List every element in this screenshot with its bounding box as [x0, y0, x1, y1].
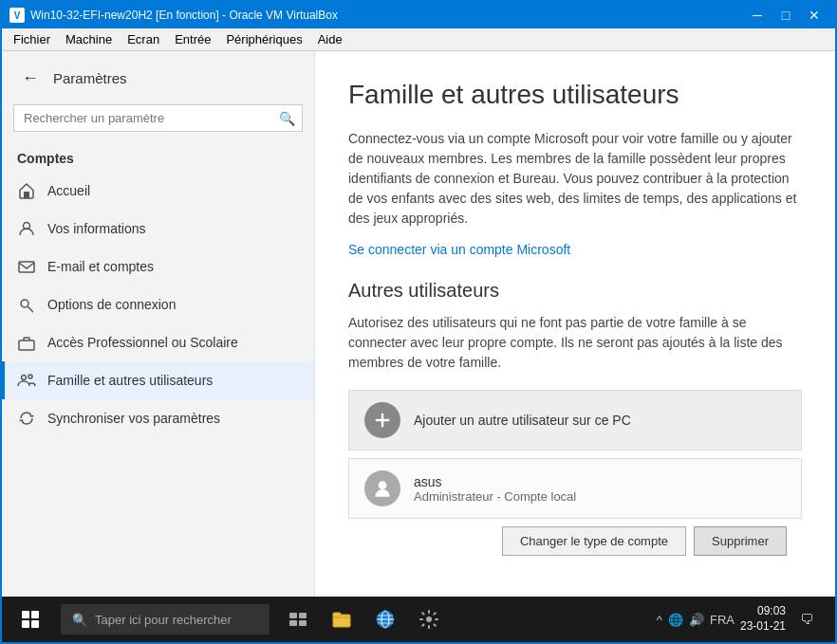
home-icon [17, 181, 36, 200]
menu-ecran[interactable]: Ecran [120, 30, 167, 48]
svg-point-5 [22, 376, 27, 380]
main-title: Famille et autres utilisateurs [348, 80, 802, 110]
sidebar-header: ← Paramètres [2, 51, 314, 97]
close-button[interactable]: ✕ [801, 5, 828, 26]
sidebar-item-options-connexion[interactable]: Options de connexion [2, 285, 314, 323]
menu-entree[interactable]: Entrée [167, 30, 218, 48]
clock-time: 09:03 [740, 604, 786, 619]
microsoft-link[interactable]: Se connecter via un compte Microsoft [348, 242, 570, 257]
sidebar-title: Paramètres [53, 70, 127, 86]
menu-aide[interactable]: Aide [310, 30, 350, 48]
add-user-item[interactable]: Ajouter un autre utilisateur sur ce PC [348, 390, 802, 451]
add-user-avatar [364, 402, 400, 438]
sidebar-item-email-comptes[interactable]: E-mail et comptes [2, 248, 314, 285]
minimize-button[interactable]: ─ [744, 5, 771, 26]
title-bar-left: V Win10-32-EFI-new20H2 [En fonction] - O… [9, 8, 338, 23]
person-icon [17, 219, 36, 238]
taskbar: 🔍 Taper ici pour rechercher [2, 597, 835, 642]
user-info-asus: asus Administrateur - Compte local [414, 474, 786, 504]
svg-rect-4 [19, 340, 34, 350]
tray-icons: ^ 🌐 🔊 FRA [657, 613, 735, 627]
svg-point-6 [28, 375, 32, 378]
settings-taskbar-button[interactable] [408, 598, 450, 640]
email-icon [17, 257, 36, 276]
restore-button[interactable]: □ [772, 5, 799, 26]
key-icon [17, 295, 36, 314]
sidebar: ← Paramètres 🔍 Comptes Accueil [2, 51, 315, 597]
svg-point-3 [21, 300, 28, 307]
sidebar-label-options-connexion: Options de connexion [47, 297, 176, 312]
people-icon [17, 371, 36, 390]
change-type-button[interactable]: Changer le type de compte [502, 526, 686, 556]
menu-machine[interactable]: Machine [58, 30, 120, 48]
sidebar-label-acces-professionnel: Accès Professionnel ou Scolaire [47, 335, 238, 350]
start-button[interactable] [8, 597, 53, 642]
sidebar-item-famille-utilisateurs[interactable]: Famille et autres utilisateurs [2, 361, 314, 399]
app-content: ← Paramètres 🔍 Comptes Accueil [2, 51, 835, 597]
menu-fichier[interactable]: Fichier [6, 30, 58, 48]
main-description: Connectez-vous via un compte Microsoft p… [348, 129, 802, 229]
taskbar-apps [277, 598, 450, 640]
sidebar-item-acces-professionnel[interactable]: Accès Professionnel ou Scolaire [2, 323, 314, 361]
taskbar-tray: ^ 🌐 🔊 FRA 09:03 23-01-21 🗨 [649, 604, 829, 635]
svg-point-21 [426, 616, 432, 622]
add-user-label: Ajouter un autre utilisateur sur ce PC [414, 413, 631, 428]
user-name-asus: asus [414, 474, 786, 489]
svg-rect-12 [289, 620, 297, 626]
sync-icon [17, 409, 36, 428]
notification-icon: 🗨 [800, 612, 813, 627]
section-description: Autorisez des utilisateurs qui ne font p… [348, 313, 802, 373]
sidebar-label-accueil: Accueil [47, 183, 90, 198]
taskbar-search[interactable]: 🔍 Taper ici pour rechercher [61, 604, 270, 635]
tray-volume-icon[interactable]: 🔊 [689, 613, 704, 627]
user-role-asus: Administrateur - Compte local [414, 489, 786, 504]
svg-rect-11 [299, 613, 307, 618]
section-title-autres-utilisateurs: Autres utilisateurs [348, 280, 802, 302]
app-icon: V [9, 8, 25, 23]
user-actions: Changer le type de compte Supprimer [348, 526, 802, 563]
start-icon [22, 611, 39, 628]
taskbar-search-text: Taper ici pour rechercher [95, 613, 232, 627]
taskbar-search-icon: 🔍 [72, 613, 87, 627]
clock-date: 23-01-21 [740, 619, 786, 635]
user-item-asus[interactable]: asus Administrateur - Compte local [348, 458, 802, 519]
window-title: Win10-32-EFI-new20H2 [En fonction] - Ora… [30, 9, 338, 22]
tray-language-label[interactable]: FRA [710, 613, 735, 627]
sidebar-item-accueil[interactable]: Accueil [2, 172, 314, 210]
sidebar-item-vos-informations[interactable]: Vos informations [2, 210, 314, 248]
svg-rect-15 [333, 613, 341, 616]
menu-bar: Fichier Machine Ecran Entrée Périphériqu… [2, 28, 835, 51]
tray-network-icon[interactable]: 🌐 [668, 613, 683, 627]
user-avatar-asus [364, 470, 400, 506]
title-bar: V Win10-32-EFI-new20H2 [En fonction] - O… [2, 2, 835, 28]
delete-button[interactable]: Supprimer [694, 526, 787, 556]
file-explorer-button[interactable] [321, 598, 363, 640]
tray-chevron-icon[interactable]: ^ [657, 613, 662, 627]
main-panel: Famille et autres utilisateurs Connectez… [315, 51, 835, 597]
title-bar-controls: ─ □ ✕ [744, 5, 828, 26]
browser-button[interactable] [364, 598, 406, 640]
svg-rect-2 [19, 262, 34, 272]
sidebar-label-synchroniser: Synchroniser vos paramètres [47, 411, 220, 426]
sidebar-label-famille-utilisateurs: Famille et autres utilisateurs [47, 373, 213, 388]
sidebar-label-vos-informations: Vos informations [47, 221, 146, 236]
svg-rect-0 [24, 192, 29, 198]
svg-rect-13 [299, 620, 307, 626]
search-input[interactable] [13, 104, 303, 132]
svg-rect-10 [289, 613, 297, 618]
search-box: 🔍 [13, 104, 303, 132]
taskview-button[interactable] [277, 598, 319, 640]
main-window: V Win10-32-EFI-new20H2 [En fonction] - O… [0, 0, 837, 644]
back-button[interactable]: ← [17, 64, 44, 91]
sidebar-section-label: Comptes [2, 139, 314, 172]
sidebar-item-synchroniser[interactable]: Synchroniser vos paramètres [2, 399, 314, 437]
svg-point-9 [379, 481, 387, 489]
briefcase-icon [17, 333, 36, 352]
notification-button[interactable]: 🗨 [791, 604, 822, 635]
sidebar-label-email-comptes: E-mail et comptes [47, 259, 154, 274]
system-clock[interactable]: 09:03 23-01-21 [740, 604, 786, 634]
search-icon: 🔍 [279, 111, 295, 126]
menu-peripheriques[interactable]: Périphériques [218, 30, 309, 48]
